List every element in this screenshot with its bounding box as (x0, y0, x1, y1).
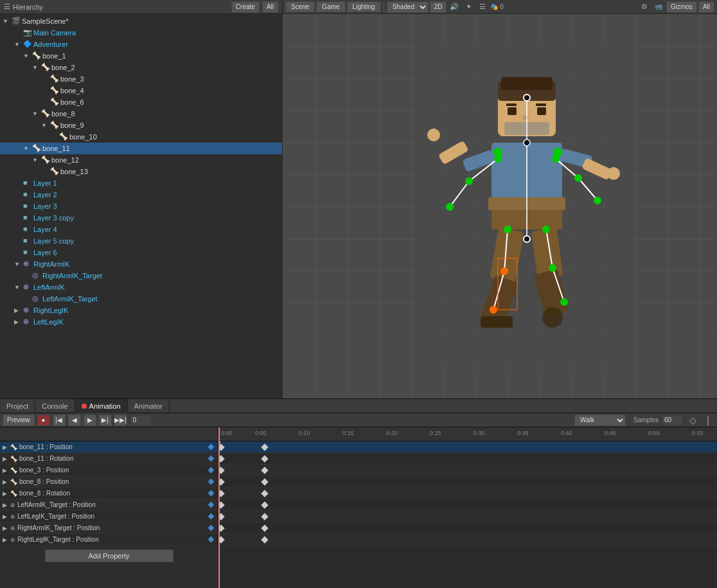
tree-item-bone9[interactable]: ▼ 🦴 bone_9 (0, 120, 282, 131)
key-btn-2[interactable] (206, 466, 215, 475)
keyframe-6-0[interactable] (218, 513, 225, 520)
frame-input[interactable] (130, 414, 152, 426)
tree-item-layer1[interactable]: ▶ ■ Layer 1 (0, 177, 282, 189)
tab-console[interactable]: Console (35, 399, 75, 413)
key-btn-4[interactable] (206, 489, 215, 498)
tree-item-samplescene[interactable]: ▼ 🎬 SampleScene* (0, 15, 282, 27)
track-bone8-rotation[interactable]: ▶ 🦴 bone_8 : Rotation (0, 488, 218, 499)
track-bone11-rotation[interactable]: ▶ 🦴 bone_11 : Rotation (0, 453, 218, 465)
timeline-row-0[interactable] (218, 441, 717, 453)
track-arrow-8[interactable]: ▶ (3, 537, 10, 543)
tree-item-rightarmik[interactable]: ▼ ⊕ RightArmIK (0, 258, 282, 270)
tab-animator[interactable]: Animator (128, 399, 170, 413)
goto-start-btn[interactable]: |◀ (53, 414, 66, 426)
arrow-leftlegik[interactable]: ▶ (14, 319, 23, 325)
arrow-leftarmik[interactable]: ▼ (14, 284, 23, 290)
keyframe-4-0[interactable] (218, 490, 225, 497)
keyframe-8-1[interactable] (261, 536, 268, 543)
tab-animation[interactable]: Animation (75, 399, 128, 413)
tree-item-bone6[interactable]: ▶ 🦴 bone_6 (0, 96, 282, 108)
add-keyframe-icon[interactable]: ◇ (686, 414, 699, 426)
scene-all-btn[interactable]: All (698, 1, 714, 13)
key-btn-3[interactable] (206, 477, 215, 486)
tree-item-layer5copy[interactable]: ▶ ■ Layer 5 copy (0, 235, 282, 247)
track-leftlegik-position[interactable]: ▶ ⊕ LeftLegIK_Target : Position (0, 511, 218, 522)
track-rightlegik-position[interactable]: ▶ ⊕ RightLegIK_Target : Position (0, 534, 218, 546)
arrow-bone2[interactable]: ▼ (32, 64, 41, 71)
timeline-row-1[interactable] (218, 453, 717, 465)
tree-item-bone13[interactable]: ▶ 🦴 bone_13 (0, 166, 282, 177)
tree-item-bone2[interactable]: ▼ 🦴 bone_2 (0, 62, 282, 73)
add-property-btn[interactable]: Add Property (45, 549, 173, 562)
tree-item-layer3copy[interactable]: ▶ ■ Layer 3 copy (0, 212, 282, 224)
track-bone3-position[interactable]: ▶ 🦴 bone_3 : Position (0, 465, 218, 476)
arrow-bone12[interactable]: ▼ (32, 157, 41, 163)
key-btn-8[interactable] (206, 535, 215, 544)
keyframe-8-0[interactable] (218, 536, 225, 543)
keyframe-6-1[interactable] (261, 513, 268, 520)
effects-icon[interactable]: ✦ (462, 1, 475, 13)
gizmos-btn[interactable]: Gizmos (666, 1, 697, 13)
key-btn-5[interactable] (206, 501, 215, 510)
scene-settings-icon[interactable]: ☰ (476, 1, 489, 13)
timeline-row-5[interactable] (218, 499, 717, 511)
tree-item-bone3[interactable]: ▶ 🦴 bone_3 (0, 73, 282, 85)
key-btn-7[interactable] (206, 524, 215, 533)
shaded-select[interactable]: Shaded (387, 1, 429, 13)
record-btn[interactable]: ● (37, 414, 50, 426)
scene-tab-lighting[interactable]: Lighting (347, 1, 381, 12)
samples-input[interactable] (661, 414, 684, 426)
track-arrow-4[interactable]: ▶ (3, 490, 10, 497)
keyframe-3-1[interactable] (261, 478, 268, 485)
add-event-icon[interactable]: | (702, 414, 714, 426)
scene-tab-game[interactable]: Game (316, 1, 345, 12)
keyframe-2-1[interactable] (261, 467, 268, 474)
track-rightarmik-position[interactable]: ▶ ⊕ RightArmIK_Target : Position (0, 522, 218, 534)
key-btn-0[interactable] (206, 443, 215, 452)
tree-item-bone8[interactable]: ▼ 🦴 bone_8 (0, 108, 282, 120)
timeline-area[interactable]: 0:00 0:05 0:10 0:15 0:20 0:25 0:30 0:35 … (218, 427, 717, 588)
tree-item-bone4[interactable]: ▶ 🦴 bone_4 (0, 85, 282, 96)
tree-item-bone1[interactable]: ▼ 🦴 bone_1 (0, 50, 282, 62)
keyframe-1-0[interactable] (218, 455, 225, 462)
track-leftarmik-position[interactable]: ▶ ⊕ LeftArmIK_Target : Position (0, 499, 218, 511)
keyframe-3-0[interactable] (218, 478, 225, 485)
track-bone11-position[interactable]: ▶ 🦴 bone_11 : Position (0, 441, 218, 453)
track-arrow-5[interactable]: ▶ (3, 502, 10, 508)
prev-frame-btn[interactable]: ◀ (68, 414, 81, 426)
tree-item-leftarmik[interactable]: ▼ ⊕ LeftArmIK (0, 281, 282, 293)
arrow-adventurer[interactable]: ▼ (14, 41, 23, 48)
preview-btn[interactable]: Preview (3, 414, 35, 426)
tree-item-layer2[interactable]: ▶ ■ Layer 2 (0, 189, 282, 200)
keyframe-4-1[interactable] (261, 490, 268, 497)
tree-item-layer3[interactable]: ▶ ■ Layer 3 (0, 200, 282, 212)
track-arrow-2[interactable]: ▶ (3, 467, 10, 474)
tab-project[interactable]: Project (0, 399, 35, 413)
arrow-bone1[interactable]: ▼ (23, 53, 32, 59)
timeline-row-7[interactable] (218, 522, 717, 534)
goto-end-btn[interactable]: ▶▶| (114, 414, 127, 426)
arrow-bone8[interactable]: ▼ (32, 111, 41, 117)
arrow-bone11[interactable]: ▼ (23, 145, 32, 152)
keyframe-7-0[interactable] (218, 524, 225, 531)
clip-select[interactable]: Walk (574, 414, 626, 426)
tree-item-leftarmik-target[interactable]: ▶ ◎ LeftArmIK_Target (0, 293, 282, 305)
timeline-row-6[interactable] (218, 511, 717, 522)
arrow-rightlegik[interactable]: ▶ (14, 307, 23, 314)
track-bone8-position[interactable]: ▶ 🦴 bone_8 : Position (0, 476, 218, 488)
track-arrow-0[interactable]: ▶ (3, 444, 10, 450)
tree-item-layer4[interactable]: ▶ ■ Layer 4 (0, 224, 282, 235)
audio-icon[interactable]: 🔊 (448, 1, 461, 13)
hierarchy-create-btn[interactable]: Create (231, 1, 260, 13)
tree-item-leftlegik[interactable]: ▶ ⊕ LeftLegIK (0, 316, 282, 328)
tree-item-bone11[interactable]: ▼ 🦴 bone_11 (0, 143, 282, 154)
play-btn[interactable]: ▶ (84, 414, 96, 426)
scene-camera-icon[interactable]: 📹 (652, 1, 665, 13)
keyframe-0-1[interactable] (261, 443, 268, 450)
key-btn-1[interactable] (206, 454, 215, 463)
tree-item-rightarmik-target[interactable]: ▶ ◎ RightArmIK_Target (0, 270, 282, 281)
key-btn-6[interactable] (206, 512, 215, 521)
keyframe-2-0[interactable] (218, 467, 225, 474)
keyframe-1-1[interactable] (261, 455, 268, 462)
arrow-samplescene[interactable]: ▼ (3, 18, 12, 24)
